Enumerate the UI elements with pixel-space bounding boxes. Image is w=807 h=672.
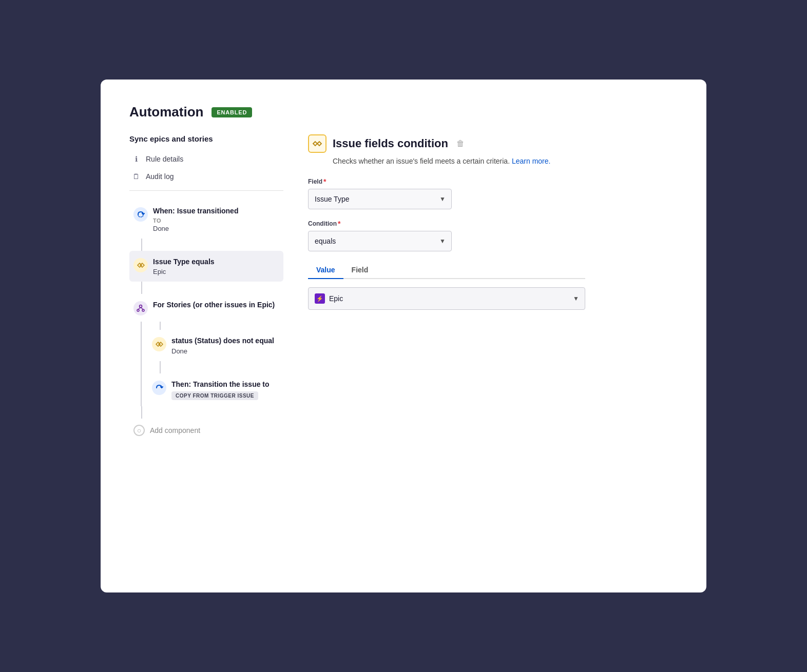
sidebar: Sync epics and stories ℹ Rule details 🗒 … <box>129 134 283 442</box>
when-transition-value: Done <box>153 225 279 232</box>
then-icon <box>152 381 166 395</box>
issue-type-value: Epic <box>153 268 279 275</box>
condition-label: Condition * <box>308 220 678 228</box>
condition-header: Issue fields condition 🗑 <box>308 134 678 153</box>
sidebar-section-title: Sync epics and stories <box>129 134 283 143</box>
condition-required: * <box>338 220 340 228</box>
condition-select[interactable]: equals not equals contains not contains <box>308 231 452 251</box>
audit-log-label: Audit log <box>146 172 174 181</box>
main-card: Automation ENABLED Sync epics and storie… <box>101 80 706 592</box>
for-stories-content: For Stories (or other issues in Epic) <box>153 300 279 310</box>
field-label: Field * <box>308 177 678 186</box>
field-select-wrapper: Issue Type Status Priority Assignee ▼ <box>308 189 452 209</box>
connector-2 <box>141 282 142 294</box>
then-transition-title: Then: Transition the issue to <box>171 380 279 390</box>
header-row: Automation ENABLED <box>129 104 678 120</box>
field-section: Field * Issue Type Status Priority Assig… <box>308 177 678 310</box>
when-transition-subtitle: TO <box>153 218 279 224</box>
audit-icon: 🗒 <box>131 172 141 181</box>
when-transition-title: When: Issue transitioned <box>153 206 279 216</box>
flow-items: When: Issue transitioned TO Done <box>129 200 283 442</box>
value-select-wrapper: ⚡ Epic ▼ <box>308 287 585 310</box>
sidebar-nav-item-audit-log[interactable]: 🗒 Audit log <box>129 168 283 185</box>
connector-3 <box>160 322 161 330</box>
stories-icon <box>133 301 148 315</box>
condition-desc: Checks whether an issue's field meets a … <box>333 157 678 165</box>
status-title: status (Status) does not equal <box>171 336 279 346</box>
copy-badge: COPY FROM TRIGGER ISSUE <box>171 391 258 400</box>
flow-item-issue-type[interactable]: Issue Type equals Epic <box>129 251 283 282</box>
epic-icon: ⚡ <box>315 293 325 304</box>
svg-point-2 <box>142 309 144 311</box>
sidebar-divider <box>129 190 283 191</box>
value-selected-text: Epic <box>329 294 343 303</box>
info-icon: ℹ <box>131 154 141 164</box>
field-required: * <box>323 177 326 186</box>
value-select-display[interactable]: ⚡ Epic <box>308 287 585 310</box>
right-panel: Issue fields condition 🗑 Checks whether … <box>308 134 678 442</box>
issue-type-title: Issue Type equals <box>153 257 279 267</box>
svg-line-3 <box>138 308 141 310</box>
issue-type-icon <box>133 258 148 272</box>
sidebar-nav-item-rule-details[interactable]: ℹ Rule details <box>129 150 283 168</box>
condition-icon-box <box>308 134 326 153</box>
transition-icon <box>133 207 148 222</box>
status-content: status (Status) does not equal Done <box>171 336 279 355</box>
connector-1 <box>141 239 142 251</box>
rule-details-label: Rule details <box>146 155 183 163</box>
when-transition-content: When: Issue transitioned TO Done <box>153 206 279 232</box>
add-component-label: Add component <box>150 426 200 434</box>
for-stories-title: For Stories (or other issues in Epic) <box>153 300 279 310</box>
flow-item-for-stories[interactable]: For Stories (or other issues in Epic) <box>129 294 283 322</box>
svg-point-0 <box>140 305 142 308</box>
trash-icon[interactable]: 🗑 <box>456 139 465 148</box>
value-select-arrow: ▼ <box>573 295 579 302</box>
status-value: Done <box>171 347 279 355</box>
flow-item-then-transition[interactable]: Then: Transition the issue to COPY FROM … <box>148 373 283 407</box>
then-transition-content: Then: Transition the issue to COPY FROM … <box>171 380 279 401</box>
tab-field[interactable]: Field <box>343 262 377 279</box>
flow-item-when-transition[interactable]: When: Issue transitioned TO Done <box>129 200 283 239</box>
field-select[interactable]: Issue Type Status Priority Assignee <box>308 189 452 209</box>
layout: Sync epics and stories ℹ Rule details 🗒 … <box>129 134 678 442</box>
learn-more-link[interactable]: Learn more. <box>512 157 550 165</box>
app-title: Automation <box>129 104 203 120</box>
svg-line-4 <box>141 308 143 310</box>
connector-4 <box>160 361 161 373</box>
condition-select-wrapper: equals not equals contains not contains … <box>308 231 452 251</box>
add-component[interactable]: ○ Add component <box>129 419 283 442</box>
status-icon <box>152 337 166 351</box>
svg-point-1 <box>137 309 139 311</box>
issue-type-content: Issue Type equals Epic <box>153 257 279 276</box>
condition-title: Issue fields condition <box>333 137 448 150</box>
add-component-circle: ○ <box>133 425 145 436</box>
tabs-row: Value Field <box>308 262 585 279</box>
flow-item-status[interactable]: status (Status) does not equal Done <box>148 330 283 361</box>
enabled-badge: ENABLED <box>212 107 252 117</box>
tab-value[interactable]: Value <box>308 262 343 279</box>
connector-5 <box>141 406 142 419</box>
